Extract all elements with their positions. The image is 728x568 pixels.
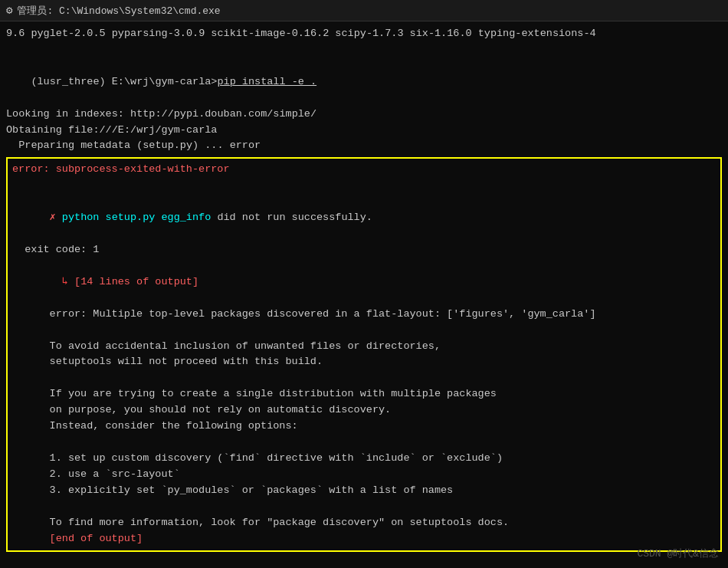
cross-icon: ✗ [50, 212, 62, 223]
exit-code-line: exit code: 1 [12, 242, 716, 258]
output-label: [14 lines of output] [74, 276, 198, 287]
window-title: 管理员: C:\Windows\System32\cmd.exe [17, 4, 220, 18]
error-detail-line: error: Multiple top-level packages disco… [12, 307, 716, 323]
box-blank4 [12, 435, 716, 451]
note1-line: note: This error originates from a subpr… [6, 555, 722, 569]
did-not-run: did not run successfully. [211, 212, 372, 223]
if-line2: on purpose, you should not rely on autom… [12, 402, 716, 419]
option2-line: 2. use a `src-layout` [12, 467, 716, 483]
pkg-versions-line: 9.6 pyglet-2.0.5 pyparsing-3.0.9 scikit-… [6, 26, 722, 42]
blank-line-1 [6, 42, 722, 58]
instead-line: Instead, consider the following options: [12, 419, 716, 435]
obtaining-line: Obtaining file:///E:/wrj/gym-carla [6, 123, 722, 139]
more-info-line: To find more information, look for "pack… [12, 515, 716, 531]
if-line1: If you are trying to create a single dis… [12, 386, 716, 402]
end-output-line: [end of output] [12, 531, 716, 547]
looking-line: Looking in indexes: http://pypi.douban.c… [6, 107, 722, 123]
python-cmd: python setup.py egg_info [62, 212, 211, 223]
terminal-body: 9.6 pyglet-2.0.5 pyparsing-3.0.9 scikit-… [0, 21, 728, 568]
option1-line: 1. set up custom discovery (`find` direc… [12, 451, 716, 467]
box-blank3 [12, 370, 716, 386]
watermark: CSDN @时代&信念 [637, 547, 719, 560]
cmd-icon: ⚙ [6, 4, 12, 17]
title-bar: ⚙ 管理员: C:\Windows\System32\cmd.exe [0, 0, 728, 21]
box-blank1 [12, 178, 716, 194]
avoid-line1: To avoid accidental inclusion of unwante… [12, 339, 716, 355]
box-blank2 [12, 323, 716, 339]
python-error-line: ✗ python setup.py egg_info did not run s… [12, 194, 716, 242]
option3-line: 3. explicitly set `py_modules` or `packa… [12, 483, 716, 499]
error-box: error: subprocess-exited-with-error ✗ py… [6, 157, 722, 551]
prompt-line: (lusr_three) E:\wrj\gym-carla>pip instal… [6, 58, 722, 107]
output-start-line: ↳ [14 lines of output] [12, 258, 716, 307]
box-blank5 [12, 499, 716, 515]
avoid-line2: setuptools will not proceed with this bu… [12, 354, 716, 370]
error-header: error: subprocess-exited-with-error [12, 162, 716, 178]
arrow-icon: ↳ [50, 276, 74, 287]
end-output-label: [end of output] [50, 533, 143, 544]
command-text: pip install -e . [217, 76, 316, 87]
prompt-text: (lusr_three) E:\wrj\gym-carla> [31, 76, 217, 87]
preparing-line: Preparing metadata (setup.py) ... error [6, 138, 722, 154]
